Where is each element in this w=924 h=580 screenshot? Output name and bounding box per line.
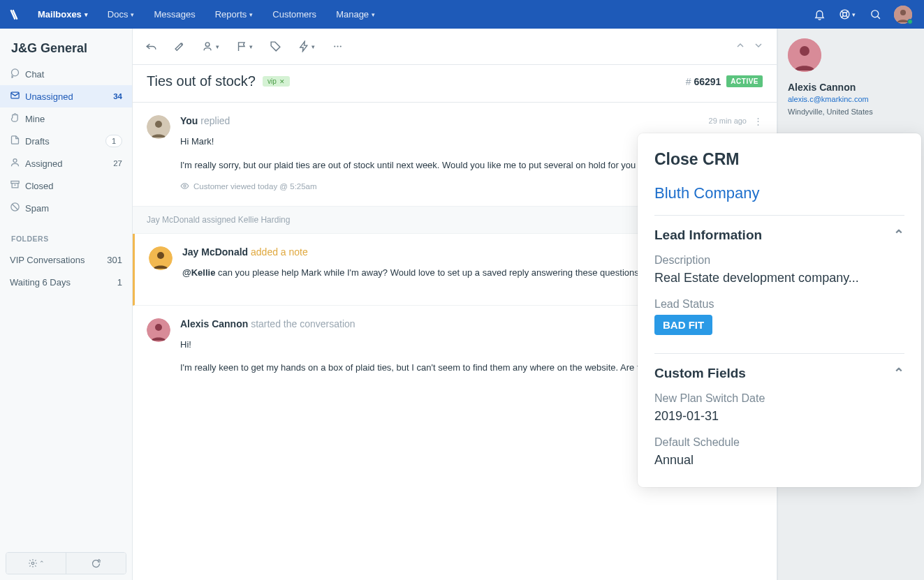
notifications-button[interactable]	[805, 0, 833, 29]
reply-button[interactable]	[145, 40, 157, 52]
new-chat-icon	[91, 558, 101, 569]
settings-button[interactable]: ⌃	[6, 553, 66, 574]
sidebar-item-mine[interactable]: Mine	[0, 107, 132, 130]
spam-icon	[10, 202, 20, 212]
sidebar-item-drafts[interactable]: Drafts 1	[0, 130, 132, 152]
crm-section-label: Lead Information	[654, 228, 762, 243]
hand-icon	[10, 112, 20, 123]
chevron-down-icon: ▾	[216, 43, 219, 50]
tag-icon	[270, 40, 281, 52]
svg-point-7	[13, 159, 17, 163]
archive-icon	[10, 179, 20, 190]
nav-mailboxes[interactable]: Mailboxes▾	[28, 0, 98, 29]
svg-point-16	[155, 121, 162, 128]
app-logo[interactable]	[0, 8, 28, 21]
sidebar-item-label: Spam	[25, 203, 122, 214]
sidebar: J&G General Chat Unassigned 34 Mine Draf…	[0, 29, 133, 580]
sidebar-item-chat[interactable]: Chat	[0, 63, 132, 85]
search-button[interactable]	[861, 0, 889, 29]
next-conversation-button[interactable]	[753, 40, 764, 54]
folder-waiting[interactable]: Waiting 6 Days 1	[0, 271, 132, 293]
crm-lead-status-label: Lead Status	[654, 298, 904, 311]
svg-point-23	[800, 46, 809, 56]
crm-lead-info-toggle[interactable]: Lead Information ⌃	[654, 227, 904, 243]
avatar[interactable]	[788, 38, 821, 72]
svg-point-5	[12, 69, 19, 76]
folder-label: VIP Conversations	[10, 255, 107, 265]
status-button[interactable]: ▾	[236, 40, 253, 52]
folder-count: 301	[107, 255, 122, 265]
help-button[interactable]: ▾	[833, 0, 861, 29]
svg-point-19	[157, 252, 164, 259]
workflow-button[interactable]: ▾	[298, 40, 315, 52]
nav-label: Mailboxes	[38, 9, 82, 20]
svg-point-11	[205, 43, 210, 47]
nav-docs[interactable]: Docs▾	[98, 0, 145, 29]
folder-label: Waiting 6 Days	[10, 277, 117, 288]
lifebuoy-icon	[839, 8, 851, 20]
new-conversation-button[interactable]	[66, 553, 126, 574]
crm-lead-status-badge: BAD FIT	[654, 315, 712, 335]
crm-company-link[interactable]: Bluth Company	[654, 184, 904, 202]
nav-messages[interactable]: Messages	[144, 0, 205, 29]
ticket-number: # 66291	[686, 76, 721, 87]
svg-rect-8	[11, 181, 19, 184]
crm-panel: Close CRM Bluth Company Lead Information…	[638, 133, 921, 487]
folder-count: 1	[117, 277, 122, 288]
note-button[interactable]	[174, 40, 186, 52]
crm-title: Close CRM	[654, 150, 904, 169]
flag-icon	[236, 40, 248, 52]
customer-name: Alexis Cannon	[788, 82, 914, 93]
sidebar-item-label: Assigned	[25, 158, 113, 169]
subject-row: Ties out of stock? vip✕ # 66291 ACTIVE	[133, 65, 777, 103]
nav-reports[interactable]: Reports▾	[205, 0, 263, 29]
close-icon[interactable]: ✕	[279, 78, 285, 85]
svg-point-4	[900, 10, 906, 15]
profile-button[interactable]	[889, 0, 917, 29]
svg-point-17	[184, 185, 186, 187]
customer-location: Windyville, United States	[788, 107, 914, 116]
chevron-up-icon: ⌃	[39, 560, 45, 567]
tag-button[interactable]	[270, 40, 281, 52]
sidebar-item-count: 1	[105, 135, 122, 147]
assign-button[interactable]: ▾	[203, 40, 219, 52]
crm-custom-fields-toggle[interactable]: Custom Fields ⌃	[654, 365, 904, 381]
chevron-down-icon: ▾	[131, 11, 134, 18]
sidebar-item-closed[interactable]: Closed	[0, 174, 132, 197]
user-icon	[10, 157, 20, 168]
chevron-up-icon	[735, 40, 746, 51]
folder-vip[interactable]: VIP Conversations 301	[0, 248, 132, 271]
nav-customers[interactable]: Customers	[263, 0, 326, 29]
eye-icon	[180, 181, 189, 191]
mailbox-title: J&G General	[0, 29, 132, 63]
draft-icon	[10, 135, 20, 145]
avatar	[147, 318, 170, 342]
nav-label: Messages	[154, 9, 195, 20]
mention[interactable]: @Kellie	[182, 267, 215, 278]
svg-point-10	[31, 562, 34, 565]
prev-conversation-button[interactable]	[735, 40, 746, 54]
chevron-up-icon: ⌃	[893, 227, 904, 243]
customer-email[interactable]: alexis.c@kmarkinc.com	[788, 95, 914, 103]
presence-online-icon	[907, 19, 913, 24]
svg-point-14	[340, 45, 342, 47]
inbox-icon	[10, 90, 20, 101]
tag-vip[interactable]: vip✕	[263, 76, 290, 87]
sidebar-item-label: Drafts	[25, 136, 105, 147]
sidebar-item-assigned[interactable]: Assigned 27	[0, 152, 132, 174]
nav-items: Mailboxes▾ Docs▾ Messages Reports▾ Custo…	[28, 0, 385, 29]
sidebar-item-unassigned[interactable]: Unassigned 34	[0, 85, 132, 107]
crm-description-label: Description	[654, 254, 904, 267]
message-menu-button[interactable]: ⋮	[754, 116, 763, 126]
nav-manage[interactable]: Manage▾	[326, 0, 385, 29]
nav-label: Customers	[272, 9, 316, 20]
sidebar-item-label: Closed	[25, 181, 122, 191]
svg-point-1	[843, 13, 847, 17]
more-button[interactable]	[332, 40, 344, 52]
svg-point-13	[337, 45, 338, 47]
sidebar-item-label: Chat	[25, 69, 122, 80]
sidebar-item-spam[interactable]: Spam	[0, 197, 132, 219]
tag-label: vip	[267, 77, 277, 85]
search-icon	[870, 8, 881, 20]
sidebar-item-count: 34	[113, 92, 122, 101]
